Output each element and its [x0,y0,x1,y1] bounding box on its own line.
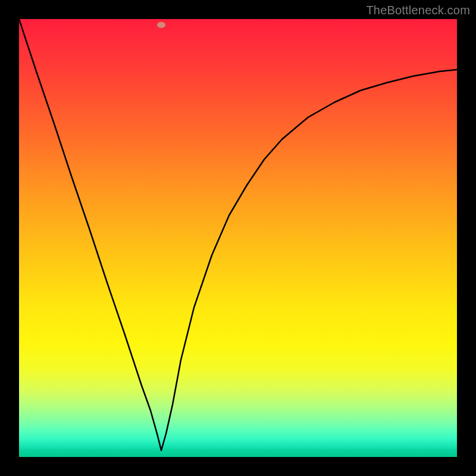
bottleneck-curve-path [19,19,457,450]
optimum-marker [157,22,165,28]
chart-frame: TheBottleneck.com [0,0,476,476]
curve-svg [19,19,457,457]
plot-area [19,19,457,457]
watermark-text: TheBottleneck.com [366,4,470,17]
